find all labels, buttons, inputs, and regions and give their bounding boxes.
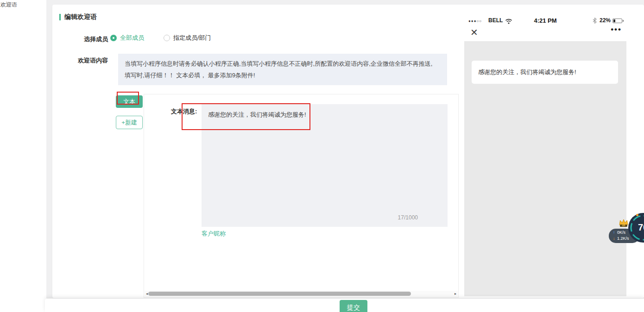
radio-specified-members[interactable] xyxy=(164,35,170,41)
notice-line-1: 当填写小程序信息时请务必确认小程序正确,当填写小程序信息不正确时,所配置的欢迎语… xyxy=(125,58,441,69)
phone-header: ●●●○○ BELL 4:21 PM 22% ✕ ••• xyxy=(464,13,626,42)
select-member-label: 选择成员 xyxy=(70,35,108,44)
annotation-box-text-tab xyxy=(117,92,139,105)
phone-preview: ●●●○○ BELL 4:21 PM 22% ✕ ••• 感谢您的关注，我们将竭… xyxy=(464,13,626,296)
more-menu-icon[interactable]: ••• xyxy=(611,25,622,34)
title-accent-bar xyxy=(59,14,61,20)
bluetooth-icon xyxy=(593,17,597,25)
member-radio-group: 全部成员 指定成员/部门 xyxy=(110,34,211,42)
welcome-content-label: 欢迎语内容 xyxy=(65,56,108,65)
close-icon[interactable]: ✕ xyxy=(470,27,478,38)
scroll-right-icon[interactable]: ▸ xyxy=(453,291,458,297)
chat-area: 感谢您的关注，我们将竭诚为您服务! xyxy=(464,42,626,296)
horizontal-scrollbar[interactable]: ◂ ▸ xyxy=(145,291,458,297)
annotation-box-message xyxy=(182,103,310,130)
radio-all-members[interactable] xyxy=(110,35,117,41)
screen: 欢迎语 编辑欢迎语 选择成员 全部成员 指定成员/部门 欢迎语内容 当填写小程序… xyxy=(0,0,644,312)
scrollbar-thumb[interactable] xyxy=(148,292,411,296)
gauge-marker-dot xyxy=(636,214,638,216)
upload-arrow-icon: ↑ xyxy=(613,230,617,236)
battery-percent: 22% xyxy=(600,17,611,24)
submit-button[interactable]: 提交 xyxy=(340,300,367,312)
svg-text:VIP: VIP xyxy=(622,225,625,227)
page-title: 编辑欢迎语 xyxy=(64,13,97,21)
char-counter: 17/1000 xyxy=(398,213,418,222)
add-new-attachment-button[interactable]: +新建 xyxy=(116,116,143,129)
welcome-message-bubble: 感谢您的关注，我们将竭诚为您服务! xyxy=(472,61,618,84)
sidebar-item-welcome-message[interactable]: 欢迎语 xyxy=(0,1,17,9)
gauge-score: 70 xyxy=(628,222,644,233)
radio-all-members-label[interactable]: 全部成员 xyxy=(120,34,144,42)
customer-nickname-link[interactable]: 客户昵称 xyxy=(202,230,226,238)
notice-line-2: 填写时,请仔细！！ 文本必填， 最多添加9条附件! xyxy=(125,69,441,81)
download-arrow-icon: ↓ xyxy=(613,236,617,242)
score-gauge-widget[interactable]: 70 xyxy=(628,213,644,243)
left-sidebar: 欢迎语 xyxy=(0,0,46,312)
battery-icon xyxy=(612,19,622,23)
footer-bar: 提交 xyxy=(45,299,644,312)
edit-welcome-card: 编辑欢迎语 选择成员 全部成员 指定成员/部门 欢迎语内容 当填写小程序信息时请… xyxy=(52,5,644,298)
radio-specified-members-label[interactable]: 指定成员/部门 xyxy=(173,34,211,42)
section-title-row: 编辑欢迎语 xyxy=(59,13,97,21)
download-speed: 1.2K/s xyxy=(617,236,629,241)
notice-box: 当填写小程序信息时请务必确认小程序正确,当填写小程序信息不正确时,所配置的欢迎语… xyxy=(118,54,447,85)
vip-crown-icon: VIP xyxy=(618,218,629,230)
upload-speed: 0K/s xyxy=(617,230,625,235)
